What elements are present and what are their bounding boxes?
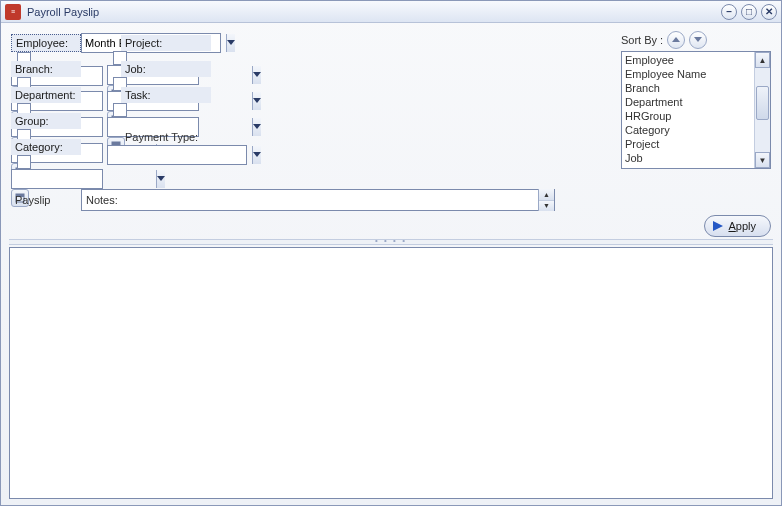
dropdown-button-job[interactable]	[252, 92, 261, 110]
close-button[interactable]: ✕	[761, 4, 777, 20]
sort-item-department[interactable]: Department	[625, 95, 751, 109]
sort-item-branch[interactable]: Branch	[625, 81, 751, 95]
minimize-button[interactable]: –	[721, 4, 737, 20]
label-department: Department:	[11, 87, 81, 103]
svg-marker-16	[253, 124, 261, 129]
sort-item-hrgroup[interactable]: HRGroup	[625, 109, 751, 123]
chevron-up-icon	[672, 37, 680, 43]
label-project: Project:	[121, 35, 211, 51]
input-payment-type[interactable]	[108, 146, 252, 164]
sortby-scrollbar[interactable]: ▲ ▼	[754, 52, 770, 168]
chevron-down-icon	[253, 152, 261, 158]
svg-marker-10	[253, 98, 261, 103]
payroll-payslip-window: ≡ Payroll Payslip – □ ✕ Process: Employe…	[0, 0, 782, 506]
dropdown-button-task[interactable]	[252, 118, 261, 136]
dropdown-button-category[interactable]	[156, 170, 165, 188]
payslip-label: Payslip	[11, 192, 81, 208]
input-category[interactable]	[12, 170, 156, 188]
process-dropdown-button[interactable]	[226, 34, 235, 52]
window-title: Payroll Payslip	[27, 6, 99, 18]
notes-box[interactable]: Notes: ▲ ▼	[81, 189, 555, 211]
window-controls: – □ ✕	[721, 4, 777, 20]
notes-spinner: ▲ ▼	[538, 189, 554, 211]
scroll-down-button[interactable]: ▼	[755, 152, 770, 168]
sort-item-employee-name[interactable]: Employee Name	[625, 67, 751, 81]
filters-area: Process: Employee:Project:Branch:Job:Dep…	[11, 31, 611, 211]
svg-marker-22	[253, 152, 261, 157]
label-group: Group:	[11, 113, 81, 129]
svg-marker-26	[672, 37, 680, 42]
notes-spin-up[interactable]: ▲	[539, 189, 554, 201]
dropdown-button-project[interactable]	[252, 66, 261, 84]
checkbox-category[interactable]	[17, 155, 31, 169]
scroll-track[interactable]	[755, 68, 770, 152]
filter-row-category: Category:	[11, 161, 611, 185]
chevron-down-icon	[253, 72, 261, 78]
sort-item-project[interactable]: Project	[625, 137, 751, 151]
sortby-listbox[interactable]: EmployeeEmployee NameBranchDepartmentHRG…	[621, 51, 771, 169]
combo-payment-type[interactable]	[107, 145, 247, 165]
scroll-up-button[interactable]: ▲	[755, 52, 770, 68]
apply-row: Apply	[1, 211, 781, 239]
titlebar: ≡ Payroll Payslip – □ ✕	[1, 1, 781, 23]
notes-spin-down[interactable]: ▼	[539, 201, 554, 212]
chevron-down-icon	[227, 40, 235, 46]
apply-button[interactable]: Apply	[704, 215, 771, 237]
checkbox-task[interactable]	[113, 103, 127, 117]
play-icon	[713, 221, 723, 231]
combo-category[interactable]	[11, 169, 103, 189]
notes-inner-label: Notes:	[82, 194, 122, 206]
label-job: Job:	[121, 61, 211, 77]
chevron-down-icon	[253, 98, 261, 104]
maximize-button[interactable]: □	[741, 4, 757, 20]
svg-marker-27	[694, 37, 702, 42]
filter-panel: Process: Employee:Project:Branch:Job:Dep…	[1, 23, 781, 211]
chevron-down-icon	[253, 124, 261, 130]
label-task: Task:	[121, 87, 211, 103]
payslip-notes-row: Payslip Notes: ▲ ▼	[11, 189, 611, 211]
sort-desc-button[interactable]	[689, 31, 707, 49]
label-branch: Branch:	[11, 61, 81, 77]
label-employee: Employee:	[11, 34, 81, 52]
svg-marker-23	[157, 176, 165, 181]
apply-label: Apply	[728, 220, 756, 232]
svg-marker-0	[227, 40, 235, 45]
chevron-down-icon	[694, 37, 702, 43]
scroll-thumb[interactable]	[756, 86, 769, 120]
sort-item-job[interactable]: Job	[625, 151, 751, 165]
results-panel	[9, 247, 773, 499]
dropdown-button-payment-type[interactable]	[252, 146, 261, 164]
sort-item-employee[interactable]: Employee	[625, 53, 751, 67]
sortby-label: Sort By :	[621, 34, 663, 46]
chevron-down-icon	[157, 176, 165, 182]
sort-asc-button[interactable]	[667, 31, 685, 49]
app-icon: ≡	[5, 4, 21, 20]
label-payment-type: Payment Type:	[121, 129, 211, 145]
svg-marker-4	[253, 72, 261, 77]
sortby-panel: Sort By : EmployeeEmployee NameBranchDep…	[621, 31, 771, 211]
label-category: Category:	[11, 139, 81, 155]
horizontal-splitter[interactable]	[9, 239, 773, 245]
sort-item-category[interactable]: Category	[625, 123, 751, 137]
svg-marker-28	[713, 221, 723, 231]
